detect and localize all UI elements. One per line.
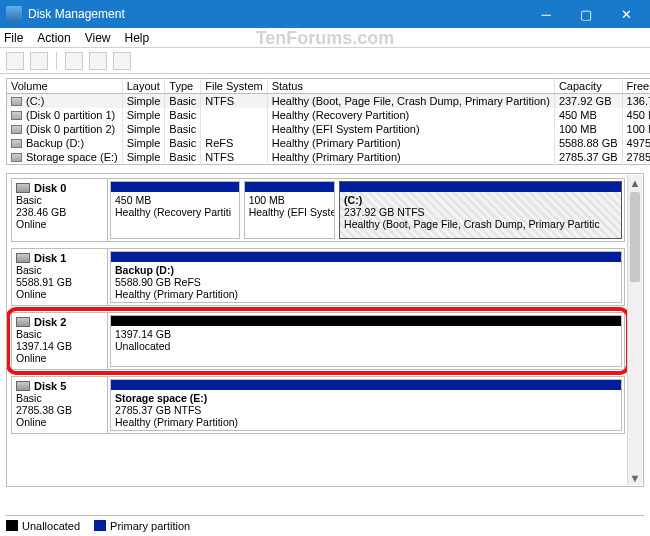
volume-icon [11,139,22,148]
col-freespace[interactable]: Free Space [622,79,650,94]
partition-bar [111,182,239,192]
menu-view[interactable]: View [85,31,111,45]
table-row[interactable]: Backup (D:)SimpleBasicReFSHealthy (Prima… [7,136,651,150]
menu-action[interactable]: Action [37,31,70,45]
partition-container: Storage space (E:)2785.37 GB NTFSHealthy… [108,377,624,433]
table-row[interactable]: Storage space (E:)SimpleBasicNTFSHealthy… [7,150,651,165]
partition-body: 100 MBHealthy (EFI Syste [245,192,334,238]
volume-icon [11,111,22,120]
volume-icon [11,153,22,162]
toolbar-refresh-icon[interactable] [89,52,107,70]
volume-icon [11,97,22,106]
menu-help[interactable]: Help [125,31,150,45]
partition-bar [111,316,621,326]
partition-bar [245,182,334,192]
toolbar-forward-icon[interactable] [30,52,48,70]
content-area: Volume Layout Type File System Status Ca… [0,74,650,536]
menu-file[interactable]: File [4,31,23,45]
toolbar-back-icon[interactable] [6,52,24,70]
partition[interactable]: 1397.14 GBUnallocated [110,315,622,367]
disk-icon [16,183,30,193]
disk-icon [16,253,30,263]
partition[interactable]: (C:)237.92 GB NTFSHealthy (Boot, Page Fi… [339,181,622,239]
partition-bar [340,182,621,192]
legend-unallocated-label: Unallocated [22,520,80,532]
partition-body: 450 MBHealthy (Recovery Partiti [111,192,239,238]
disk-row: Disk 1Basic5588.91 GBOnlineBackup (D:)55… [11,248,625,306]
toolbar [0,48,650,74]
table-header-row: Volume Layout Type File System Status Ca… [7,79,651,94]
scroll-thumb[interactable] [630,192,640,282]
app-icon [6,6,22,22]
partition-body: Storage space (E:)2785.37 GB NTFSHealthy… [111,390,621,430]
partition[interactable]: 450 MBHealthy (Recovery Partiti [110,181,240,239]
volume-icon [11,125,22,134]
partition-bar [111,252,621,262]
partition-body: Backup (D:)5588.90 GB ReFSHealthy (Prima… [111,262,621,302]
minimize-button[interactable]: ─ [526,0,566,28]
partition-container: 450 MBHealthy (Recovery Partiti100 MBHea… [108,179,624,241]
col-filesystem[interactable]: File System [201,79,267,94]
partition[interactable]: Storage space (E:)2785.37 GB NTFSHealthy… [110,379,622,431]
toolbar-action-icon[interactable] [65,52,83,70]
col-layout[interactable]: Layout [122,79,165,94]
col-status[interactable]: Status [267,79,554,94]
col-type[interactable]: Type [165,79,201,94]
disk-row: Disk 2Basic1397.14 GBOnline1397.14 GBUna… [11,312,625,370]
disk-header[interactable]: Disk 1Basic5588.91 GBOnline [12,249,108,305]
partition-body: (C:)237.92 GB NTFSHealthy (Boot, Page Fi… [340,192,621,238]
partition[interactable]: Backup (D:)5588.90 GB ReFSHealthy (Prima… [110,251,622,303]
partition-bar [111,380,621,390]
partition[interactable]: 100 MBHealthy (EFI Syste [244,181,335,239]
toolbar-help-icon[interactable] [113,52,131,70]
toolbar-separator [56,52,57,70]
title-bar: Disk Management ─ ▢ ✕ [0,0,650,28]
table-row[interactable]: (Disk 0 partition 2)SimpleBasicHealthy (… [7,122,651,136]
scroll-down-icon[interactable]: ▼ [628,470,642,485]
col-volume[interactable]: Volume [7,79,123,94]
legend-primary-label: Primary partition [110,520,190,532]
menu-bar: File Action View Help TenForums.com [0,28,650,48]
partition-body: 1397.14 GBUnallocated [111,326,621,366]
disk-graphical-area: Disk 0Basic238.46 GBOnline450 MBHealthy … [6,173,644,487]
legend-unallocated: Unallocated [6,520,80,532]
scroll-up-icon[interactable]: ▲ [628,175,642,190]
disk-icon [16,381,30,391]
partition-container: Backup (D:)5588.90 GB ReFSHealthy (Prima… [108,249,624,305]
disk-header[interactable]: Disk 0Basic238.46 GBOnline [12,179,108,241]
disk-row: Disk 0Basic238.46 GBOnline450 MBHealthy … [11,178,625,242]
table-row[interactable]: (C:)SimpleBasicNTFSHealthy (Boot, Page F… [7,94,651,109]
disk-row: Disk 5Basic2785.38 GBOnlineStorage space… [11,376,625,434]
disk-header[interactable]: Disk 5Basic2785.38 GBOnline [12,377,108,433]
window-title: Disk Management [28,7,526,21]
disk-icon [16,317,30,327]
legend-primary: Primary partition [94,520,190,532]
disk-header[interactable]: Disk 2Basic1397.14 GBOnline [12,313,108,369]
close-button[interactable]: ✕ [606,0,646,28]
vertical-scrollbar[interactable]: ▲ ▼ [627,175,642,485]
partition-container: 1397.14 GBUnallocated [108,313,624,369]
volume-table[interactable]: Volume Layout Type File System Status Ca… [6,78,650,165]
maximize-button[interactable]: ▢ [566,0,606,28]
legend: Unallocated Primary partition [6,515,644,532]
col-capacity[interactable]: Capacity [554,79,622,94]
table-row[interactable]: (Disk 0 partition 1)SimpleBasicHealthy (… [7,108,651,122]
